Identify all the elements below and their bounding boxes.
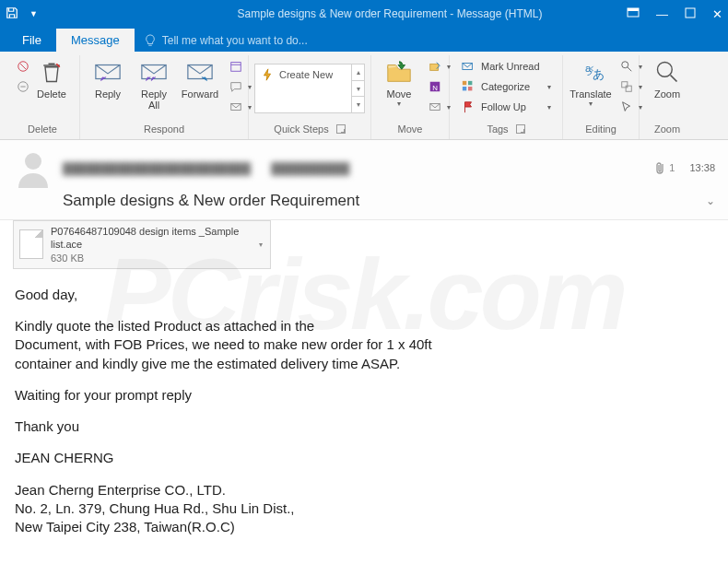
more-respond-button[interactable]: ▾ [226,98,241,116]
forward-button[interactable]: Forward [178,55,222,101]
select-button[interactable]: ▾ [616,98,631,116]
message-header: ████████████████████████ ██████████ 1 13… [0,140,728,220]
attachment-size: 630 KB [51,252,252,264]
group-zoom: Zoom Zoom [640,55,695,139]
group-editing: aあ Translate ▾ ▾ ▾ ▾ Editing [563,55,640,139]
delete-icon [37,57,66,87]
attachment-item[interactable]: P07646487109048 design items _Sample lis… [13,220,271,269]
window-title: Sample designs & New order Requirement -… [153,7,627,20]
svg-text:a: a [585,63,592,74]
junk-button[interactable] [13,77,26,96]
body-line: Kindly quote the listed Product as attac… [15,317,713,373]
mark-unread-icon [461,59,476,74]
tab-message[interactable]: Message [56,29,135,52]
qat-dropdown-icon[interactable]: ▼ [29,9,38,18]
body-line: Thank you [15,417,713,436]
avatar [13,147,53,188]
group-quicksteps: Create New ▴ ▾ ▾ Quick Steps [249,55,371,139]
followup-button[interactable]: Follow Up▾ [457,98,555,116]
message-body: Good day, Kindly quote the listed Produc… [0,282,728,565]
tellme-search[interactable]: Tell me what you want to do... [135,29,317,52]
gallery-up[interactable]: ▴ [352,65,364,81]
lightning-icon [261,68,274,81]
actions-button[interactable]: ▾ [425,98,441,116]
translate-button[interactable]: aあ Translate ▾ [569,55,613,110]
reply-button[interactable]: Reply [86,55,130,101]
from-address: ████████████████████████ [63,162,251,175]
body-line: Good day, [15,286,713,304]
categorize-button[interactable]: Categorize▾ [457,77,555,96]
reply-all-button[interactable]: Reply All [132,55,176,112]
message-time: 13:38 [689,162,715,173]
move-folder-icon [384,57,414,87]
to-address: ██████████ [271,162,349,175]
ribbon-display-icon[interactable] [627,7,640,21]
body-line: Waiting for your prompt reply [15,386,713,405]
find-button[interactable]: ▾ [616,57,631,76]
mark-unread-button[interactable]: Mark Unread [457,57,555,76]
gallery-more[interactable]: ▾ [352,97,364,112]
svg-rect-23 [626,86,631,91]
delete-button[interactable]: Delete [29,55,74,101]
gallery-down[interactable]: ▾ [352,81,364,98]
collapse-header-button[interactable]: ⌄ [706,194,715,207]
quicksteps-launcher[interactable] [336,124,346,134]
group-respond: Reply Reply All Forward ▾ ▾ Respond [80,55,249,139]
body-line: JEAN CHERNG [15,449,713,467]
rules-button[interactable]: ▾ [425,57,441,76]
ignore-button[interactable] [13,57,26,76]
svg-text:あ: あ [593,67,604,81]
close-icon[interactable]: ✕ [712,7,722,21]
move-button[interactable]: Move ▾ [377,55,421,110]
svg-rect-18 [468,87,472,90]
categorize-icon [461,79,476,94]
lightbulb-icon [144,34,157,47]
svg-point-24 [658,63,673,77]
svg-point-21 [622,62,628,68]
ribbon-tabs: File Message Tell me what you want to do… [0,28,728,52]
svg-rect-16 [468,81,472,85]
svg-text:N: N [432,84,438,92]
group-delete: Delete Delete [6,55,80,139]
svg-rect-1 [628,8,639,11]
related-button[interactable]: ▾ [616,77,631,96]
translate-icon: aあ [576,57,605,87]
tab-file[interactable]: File [7,29,56,52]
forward-icon [185,57,215,87]
attachment-name: P07646487109048 design items _Sample lis… [51,225,252,252]
maximize-icon[interactable] [685,7,696,21]
minimize-icon[interactable]: — [656,7,668,21]
svg-rect-22 [622,82,628,88]
file-icon [19,229,43,259]
im-button[interactable]: ▾ [226,77,241,96]
message-subject: Sample designs & New order Requirement [63,192,359,210]
svg-rect-8 [231,63,241,72]
reply-icon [93,57,123,87]
svg-rect-2 [686,8,695,18]
search-icon [620,59,633,74]
svg-point-25 [25,153,41,170]
titlebar: ▼ Sample designs & New order Requirement… [0,0,728,28]
onenote-button[interactable]: N [425,77,441,96]
svg-rect-10 [430,64,439,70]
group-move: Move ▾ ▾ N ▾ Move [371,55,450,139]
body-line: Jean Cherng Enterprise CO., LTD. No. 2, … [15,481,713,537]
attachment-indicator: 1 [654,161,675,174]
flag-icon [461,100,476,114]
meeting-button[interactable] [226,57,241,76]
zoom-button[interactable]: Zoom [645,55,689,101]
attachment-dropdown[interactable]: ▾ [259,241,264,249]
save-icon[interactable] [6,6,18,22]
ribbon: Delete Delete Reply Reply All Forward ▾ … [0,52,728,140]
tags-launcher[interactable] [516,124,525,134]
paperclip-icon [654,161,665,174]
zoom-icon [652,57,682,87]
reply-all-icon [139,57,169,87]
svg-rect-17 [463,87,466,90]
quicksteps-gallery[interactable]: Create New ▴ ▾ ▾ [254,64,365,113]
group-tags: Mark Unread Categorize▾ Follow Up▾ Tags [450,55,563,139]
cursor-icon [620,100,633,114]
svg-rect-15 [463,81,466,85]
